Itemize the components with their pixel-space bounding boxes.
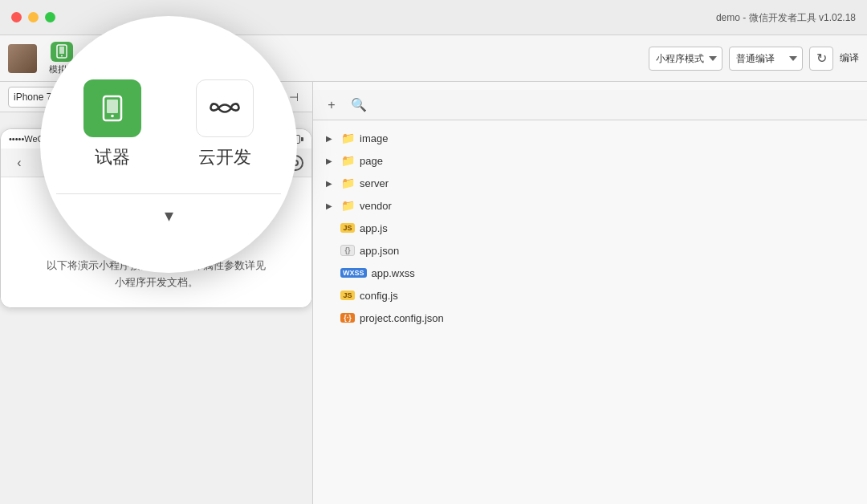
file-name-app-wxss: app.wxss [372,267,415,279]
svg-rect-1 [59,47,64,54]
popup-simulator-label: 试器 [95,145,130,169]
refresh-button[interactable]: ↻ [809,47,833,71]
folder-image[interactable]: ▶ 📁 image [313,127,867,149]
search-icon: 🔍 [351,97,367,112]
file-app-js[interactable]: ▶ JS app.js [313,217,867,239]
file-name-app-json: app.json [360,245,399,257]
folder-icon-image: 📁 [340,131,355,145]
svg-point-21 [111,114,114,117]
nav-back-button[interactable]: ‹ [9,152,30,173]
svg-point-2 [61,55,63,57]
folder-icon-vendor: 📁 [340,198,355,213]
toolbar-select-group: 小程序模式 插件模式 普通编译 自定义编译 ↻ 编译 [649,47,859,71]
wxss-badge-appwxss: WXSS [340,268,367,278]
folder-page[interactable]: ▶ 📁 page [313,149,867,172]
popup-cloud-icon [196,79,254,137]
popup-circle[interactable]: 试器 云开发 ▾ [40,16,297,273]
file-name-project-config: project.config.json [360,312,444,324]
add-icon: + [328,98,335,112]
json-badge-appjson: {} [340,245,355,256]
avatar[interactable] [8,44,37,73]
file-config-js[interactable]: ▶ JS config.js [313,284,867,307]
file-name-config-js: config.js [360,290,398,302]
refresh-icon: ↻ [816,51,827,66]
popup-simulator-icon [83,79,141,137]
popup-cloud-label: 云开发 [198,145,251,169]
folder-icon-page: 📁 [340,153,355,168]
folder-server[interactable]: ▶ 📁 server [313,172,867,194]
folder-name-vendor: vendor [360,200,392,212]
svg-rect-20 [107,100,118,113]
exit-icon: ⊣ [289,91,299,104]
traffic-lights [11,12,55,22]
folder-arrow-icon: ▶ [326,156,336,165]
popup-buttons-row: 试器 云开发 [56,71,281,177]
file-project-config[interactable]: ▶ {·} project.config.json [313,307,867,329]
popup-arrow-icon: ▾ [165,205,173,226]
folder-name-server: server [360,177,389,189]
popup-simulator-button[interactable]: 试器 [56,71,169,177]
file-app-json[interactable]: ▶ {} app.json [313,239,867,262]
folder-arrow-icon: ▶ [326,134,336,143]
mode-select[interactable]: 小程序模式 插件模式 [649,47,722,71]
folder-arrow-icon: ▶ [326,179,336,188]
folder-name-image: image [360,132,388,144]
search-file-button[interactable]: 🔍 [348,95,369,116]
folder-vendor[interactable]: ▶ 📁 vendor [313,194,867,217]
close-button[interactable] [11,12,22,22]
config-badge-projectjson: {·} [340,313,355,323]
folder-arrow-icon: ▶ [326,201,336,210]
folder-icon-server: 📁 [340,176,355,190]
add-file-button[interactable]: + [321,95,342,116]
popup-cloud-button[interactable]: 云开发 [169,71,281,177]
popup-content: 试器 云开发 ▾ [40,47,297,242]
file-tree: ▶ 📁 image ▶ 📁 page ▶ 📁 server ▶ 📁 vendor [313,120,867,335]
maximize-button[interactable] [45,12,55,22]
window-title: demo - 微信开发者工具 v1.02.18 [716,10,856,24]
compile-label: 编译 [840,51,859,65]
file-panel: + 🔍 ▶ 📁 image ▶ 📁 page ▶ 📁 server [313,82,867,504]
minimize-button[interactable] [28,12,39,22]
file-app-wxss[interactable]: ▶ WXSS app.wxss [313,262,867,284]
simulator-icon [51,42,73,62]
file-name-app-js: app.js [360,222,388,234]
js-badge-appjs: JS [340,223,355,233]
js-badge-configjs: JS [340,291,355,300]
compile-select[interactable]: 普通编译 自定义编译 [729,47,803,71]
popup-divider [56,193,281,194]
file-tree-toolbar: + 🔍 [313,90,867,120]
folder-name-page: page [360,155,383,167]
